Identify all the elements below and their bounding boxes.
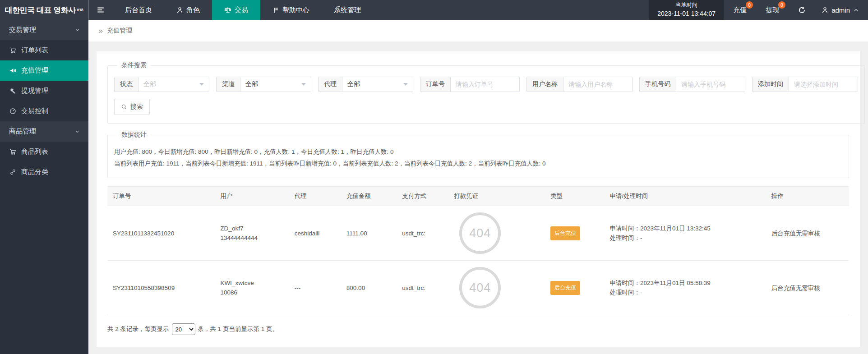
sidebar-item-trade-control[interactable]: 交易控制 (0, 101, 88, 121)
cell-user: ZD_okf7 13444444444 (215, 206, 289, 261)
sidebar-item-label: 提现管理 (21, 87, 48, 95)
sidebar-group-label: 商品管理 (9, 127, 36, 136)
sidebar-group-product-management[interactable]: 商品管理 (0, 121, 88, 142)
cell-pay-method: usdt_trc: (397, 261, 448, 315)
type-badge: 后台充值 (550, 281, 580, 295)
refresh-button[interactable] (789, 0, 815, 20)
search-button[interactable]: 搜索 (114, 99, 150, 115)
sidebar-item-withdraw-management[interactable]: 提现管理 (0, 81, 88, 101)
search-panel: 条件搜索 状态 全部 渠道 全部 代理 (107, 61, 865, 124)
recharge-notice-button[interactable]: 充值 0 (724, 0, 756, 20)
pagination-records-text: 共 2 条记录，每页显示 (107, 325, 169, 333)
broken-image-placeholder: 404 (459, 267, 501, 308)
local-time-label: 当地时间 (657, 1, 716, 9)
user-menu[interactable]: admin (815, 0, 868, 20)
column-header-voucher: 打款凭证 (448, 187, 545, 206)
cell-voucher: 404 (448, 206, 545, 261)
chevron-down-icon (74, 27, 80, 33)
sidebar-item-label: 充值管理 (21, 66, 48, 75)
sidebar-item-order-list[interactable]: 订单列表 (0, 40, 88, 60)
person-icon (822, 7, 828, 14)
sidebar-item-product-list[interactable]: 商品列表 (0, 142, 88, 162)
user-phone: 13444444444 (220, 233, 283, 243)
order-no-input[interactable] (451, 77, 519, 92)
refresh-icon (798, 6, 806, 14)
sidebar: 交易管理 订单列表 充值管理 提现管理 (0, 20, 88, 354)
stats-panel-legend: 数据统计 (117, 131, 151, 139)
caret-down-icon (199, 83, 204, 86)
filter-channel: 渠道 全部 (216, 77, 311, 92)
filter-row: 状态 全部 渠道 全部 代理 全部 (114, 77, 858, 92)
status-select[interactable]: 全部 (139, 77, 209, 92)
local-time-block: 当地时间 2023-11-01 13:44:07 (649, 0, 724, 20)
sidebar-item-label: 交易控制 (21, 107, 48, 115)
search-panel-legend: 条件搜索 (117, 61, 151, 69)
cell-action: 后台充值无需审核 (766, 206, 849, 261)
header-right: 当地时间 2023-11-01 13:44:07 充值 0 提现 0 (649, 0, 868, 20)
sidebar-item-label: 商品列表 (21, 147, 48, 156)
cart-icon (9, 47, 16, 54)
nav-item-help-center[interactable]: 帮助中心 (260, 0, 322, 20)
chevron-down-icon (74, 129, 80, 134)
cell-agent: --- (289, 261, 341, 315)
filter-user-name-label: 用户名称 (527, 77, 563, 92)
agent-select[interactable]: 全部 (342, 77, 413, 92)
user-name-input[interactable] (563, 77, 632, 92)
withdraw-notice-button[interactable]: 提现 0 (756, 0, 789, 20)
menu-toggle-icon[interactable] (88, 0, 113, 20)
user-name: ZD_okf7 (220, 224, 283, 233)
column-header-order-no: 订单号 (107, 187, 215, 206)
stats-panel: 数据统计 用户充值: 800，今日新增充值: 800，昨日新增充值: 0，充值人… (107, 131, 849, 178)
recharge-count-badge: 0 (746, 1, 753, 9)
filter-status: 状态 全部 (114, 77, 209, 92)
cell-type: 后台充值 (545, 261, 605, 315)
main-content: » 充值管理 条件搜索 状态 全部 渠道 全部 (88, 20, 868, 354)
filter-phone-label: 手机号码 (640, 77, 676, 92)
phone-input[interactable] (676, 77, 745, 92)
brand-version: V18 (77, 8, 83, 12)
column-header-action: 操作 (766, 187, 849, 206)
page-size-select[interactable]: 20 (172, 323, 195, 335)
pagination: 共 2 条记录，每页显示 20 条，共 1 页当前显示第 1 页。 (107, 323, 849, 335)
sidebar-item-product-category[interactable]: 商品分类 (0, 162, 88, 182)
brand-title: 대한민국 대표 영화사 (5, 5, 76, 15)
nav-item-label: 交易 (235, 6, 248, 14)
recharge-table: 订单号 用户 代理 充值金额 支付方式 打款凭证 类型 申请/处理时间 操作 S… (107, 186, 849, 315)
username: admin (831, 6, 850, 14)
user-name: KWI_xwtcve (220, 278, 283, 288)
sidebar-item-label: 订单列表 (21, 46, 48, 55)
filter-add-time-label: 添加时间 (753, 77, 789, 92)
cell-type: 后台充值 (545, 206, 605, 261)
gavel-icon (9, 87, 16, 94)
filter-agent: 代理 全部 (318, 77, 413, 92)
caret-down-icon (403, 83, 408, 86)
process-time: 处理时间：- (609, 233, 760, 243)
nav-item-system[interactable]: 系统管理 (322, 0, 373, 20)
cell-amount: 800.00 (341, 261, 397, 315)
cell-time: 申请时间：2023年11月01日 05:58:39 处理时间：- (604, 261, 766, 315)
filter-order-no: 订单号 (420, 77, 520, 92)
cell-pay-method: usdt_trc: (397, 206, 448, 261)
flag-icon (272, 7, 279, 14)
sidebar-item-recharge-management[interactable]: 充值管理 (0, 60, 88, 81)
nav-item-home[interactable]: 后台首页 (113, 0, 164, 20)
scale-icon (224, 6, 231, 14)
nav-item-label: 系统管理 (334, 6, 361, 14)
table-row: SY2311010558398509 KWI_xwtcve 10086 --- … (107, 261, 849, 315)
column-header-user: 用户 (215, 187, 289, 206)
nav-item-label: 后台首页 (125, 6, 152, 14)
table-row: SY2311011332451020 ZD_okf7 13444444444 c… (107, 206, 849, 261)
add-time-input[interactable] (789, 77, 858, 92)
withdraw-count-badge: 0 (778, 1, 785, 9)
column-header-agent: 代理 (289, 187, 341, 206)
channel-select[interactable]: 全部 (240, 77, 311, 92)
column-header-type: 类型 (545, 187, 605, 206)
nav-item-trade[interactable]: 交易 (212, 0, 260, 20)
person-icon (176, 7, 183, 14)
top-header: 대한민국 대표 영화사V18 后台首页 角色 (0, 0, 868, 20)
cell-time: 申请时间：2023年11月01日 13:32:45 处理时间：- (604, 206, 766, 261)
sidebar-group-trade-management[interactable]: 交易管理 (0, 20, 88, 40)
table-header-row: 订单号 用户 代理 充值金额 支付方式 打款凭证 类型 申请/处理时间 操作 (107, 187, 849, 206)
nav-item-roles[interactable]: 角色 (164, 0, 212, 20)
broken-image-placeholder: 404 (459, 212, 501, 254)
